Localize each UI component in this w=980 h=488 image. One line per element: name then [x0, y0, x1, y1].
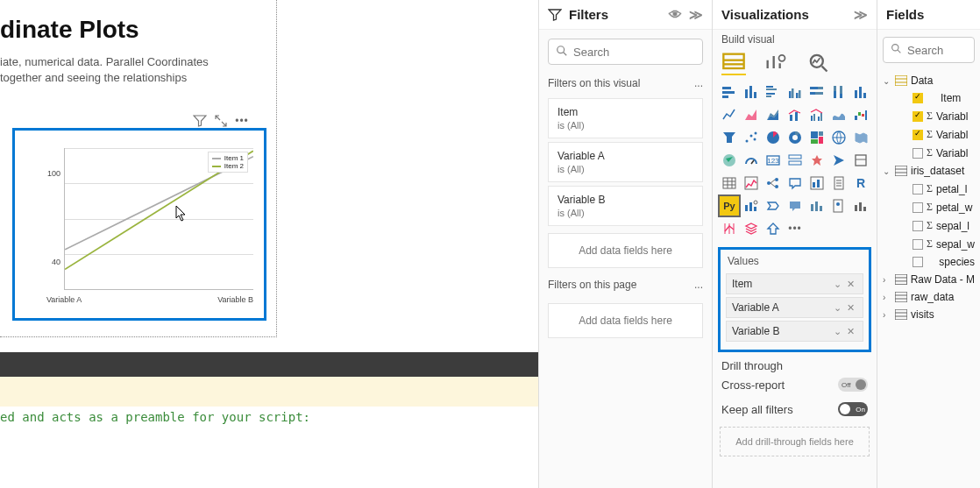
azure-map-icon[interactable] [720, 151, 739, 170]
filter-card-item[interactable]: Item is (All) [548, 98, 703, 138]
chevron-down-icon[interactable]: ⌄ [831, 302, 844, 314]
checkbox-icon[interactable] [913, 93, 923, 103]
paginated-report-icon[interactable] [829, 173, 849, 193]
filter-card-var-a[interactable]: Variable A is (All) [548, 142, 703, 182]
qa-icon[interactable] [785, 173, 805, 193]
100-stacked-bar-icon[interactable] [807, 82, 827, 102]
more-visuals-icon[interactable]: ••• [785, 219, 805, 238]
clustered-bar-icon[interactable] [763, 82, 783, 102]
100-stacked-column-icon[interactable] [829, 82, 849, 102]
custom-visual-3-icon[interactable] [851, 196, 870, 216]
area-chart-icon[interactable] [742, 105, 761, 124]
checkbox-icon[interactable] [913, 257, 923, 267]
line-clustered-column-icon[interactable] [807, 105, 827, 124]
map-icon[interactable] [829, 128, 849, 147]
goals-icon[interactable] [785, 196, 805, 216]
table-data[interactable]: ⌄ Data [877, 72, 980, 89]
ellipsis-icon[interactable]: ... [694, 77, 703, 89]
more-options-icon[interactable]: ••• [235, 114, 249, 128]
checkbox-icon[interactable] [913, 148, 923, 159]
stacked-area-icon[interactable] [763, 105, 783, 124]
field-variable-a[interactable]: ΣVariabl [877, 107, 980, 125]
slicer-icon[interactable] [851, 151, 870, 170]
ellipsis-icon[interactable]: ... [694, 279, 703, 291]
table-raw-data-m[interactable]: › Raw Data - M [877, 271, 980, 288]
get-more-visuals-icon[interactable] [742, 219, 761, 238]
focus-mode-icon[interactable] [214, 114, 228, 128]
checkbox-icon[interactable] [913, 202, 923, 213]
table-raw-data[interactable]: › raw_data [877, 288, 980, 306]
matrix-icon[interactable] [742, 173, 761, 193]
add-page-filter-dropzone[interactable]: Add data fields here [548, 303, 703, 338]
waterfall-icon[interactable] [851, 105, 870, 124]
remove-field-icon[interactable]: ✕ [844, 302, 857, 314]
table-iris[interactable]: ⌄ iris_dataset [877, 162, 980, 180]
filled-map-icon[interactable] [851, 128, 870, 147]
field-variable-b[interactable]: ΣVariabl [877, 125, 980, 144]
add-visual-filter-dropzone[interactable]: Add data fields here [548, 233, 703, 268]
remove-field-icon[interactable]: ✕ [844, 326, 857, 337]
field-pill-item[interactable]: Item ⌄ ✕ [726, 273, 863, 294]
power-apps-icon[interactable] [742, 196, 761, 216]
scatter-icon[interactable] [742, 128, 761, 147]
r-visual-icon[interactable]: R [851, 173, 870, 193]
collapse-icon[interactable]: ≫ [854, 7, 868, 23]
key-influencers-icon[interactable] [807, 173, 827, 193]
cross-report-toggle[interactable]: Off [838, 378, 868, 392]
collapse-icon[interactable]: ≫ [689, 7, 703, 23]
donut-icon[interactable] [785, 128, 805, 147]
column-chart-icon[interactable] [851, 82, 870, 102]
line-chart-icon[interactable] [720, 105, 739, 124]
python-visual-icon[interactable]: Py [720, 196, 739, 216]
eye-icon[interactable]: 👁 [669, 7, 682, 22]
import-visual-icon[interactable] [763, 219, 783, 238]
field-pill-var-a[interactable]: Variable A ⌄ ✕ [726, 297, 863, 318]
field-variable-c[interactable]: ΣVariabl [877, 144, 980, 162]
field-item[interactable]: Item [877, 89, 980, 107]
gauge-icon[interactable] [742, 151, 761, 170]
checkbox-icon[interactable] [913, 221, 923, 231]
table-icon[interactable] [720, 173, 739, 193]
keep-filters-toggle[interactable]: On [838, 402, 868, 416]
funnel-icon[interactable] [720, 128, 739, 147]
stacked-column-icon[interactable] [742, 82, 761, 102]
fields-search[interactable] [883, 37, 975, 63]
field-petal-width[interactable]: Σpetal_w [877, 198, 980, 216]
card-icon[interactable]: 123 [763, 151, 783, 170]
field-sepal-length[interactable]: Σsepal_l [877, 216, 980, 235]
drill-through-dropzone[interactable]: Add drill-through fields here [720, 427, 870, 456]
chart-visual[interactable]: 100 40 Item 1 Item 2 Variable A Vari [12, 128, 266, 321]
stacked-bar-icon[interactable] [720, 82, 739, 102]
chevron-down-icon[interactable]: ⌄ [831, 326, 844, 337]
table-visits[interactable]: › visits [877, 306, 980, 323]
filters-search-input[interactable] [573, 46, 721, 59]
pie-icon[interactable] [763, 128, 783, 147]
smart-narrative-icon[interactable] [829, 151, 849, 170]
remove-field-icon[interactable]: ✕ [844, 279, 857, 290]
filters-search[interactable] [548, 39, 703, 65]
field-species[interactable]: species [877, 253, 980, 271]
clustered-column-icon[interactable] [785, 82, 805, 102]
custom-visual-1-icon[interactable] [807, 196, 827, 216]
line-stacked-column-icon[interactable] [785, 105, 805, 124]
checkbox-icon[interactable] [913, 130, 923, 140]
filter-card-var-b[interactable]: Variable B is (All) [548, 186, 703, 226]
power-automate-icon[interactable] [763, 196, 783, 216]
field-petal-length[interactable]: Σpetal_l [877, 180, 980, 198]
checkbox-icon[interactable] [913, 239, 923, 250]
treemap-icon[interactable] [807, 128, 827, 147]
field-sepal-width[interactable]: Σsepal_w [877, 235, 980, 253]
parallel-coordinates-icon[interactable] [720, 219, 739, 238]
fields-search-input[interactable] [907, 44, 980, 57]
format-visual-tab[interactable] [763, 51, 788, 75]
analytics-tab[interactable] [806, 51, 830, 75]
field-pill-var-b[interactable]: Variable B ⌄ ✕ [726, 321, 863, 342]
filter-icon[interactable] [193, 114, 207, 128]
decomposition-tree-icon[interactable] [763, 173, 783, 193]
checkbox-icon[interactable] [913, 111, 923, 122]
ribbon-chart-icon[interactable] [829, 105, 849, 124]
build-visual-tab[interactable] [721, 51, 746, 75]
checkbox-icon[interactable] [913, 184, 923, 194]
multi-row-card-icon[interactable] [785, 151, 805, 170]
custom-visual-2-icon[interactable] [829, 196, 849, 216]
